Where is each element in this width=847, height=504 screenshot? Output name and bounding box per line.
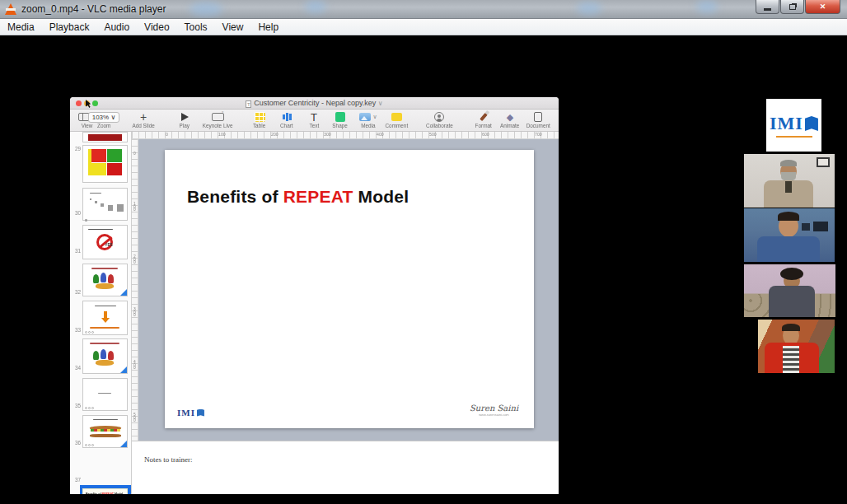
document-pane-icon [534,112,542,122]
slide-thumbnail-33[interactable] [82,264,128,296]
format-brush-icon [480,113,487,121]
vlc-cone-icon [5,3,16,15]
menu-help[interactable]: Help [250,20,286,35]
notes-label: Notes to trainer: [144,455,192,464]
skip-corner-badge [120,289,127,296]
imi-logo: IMI [177,408,204,418]
striped-shirt [783,346,799,373]
thumb32-caption [88,229,113,230]
slide-thumbnail-29[interactable] [82,132,128,142]
slide-thumbnail-32[interactable]: YES [82,225,128,259]
close-button[interactable]: ✕ [805,0,840,14]
keynote-toolbar: ∨ View 103% ∨ Zoom + Add Slide Play Keyn… [70,110,559,132]
title-chevron-icon[interactable]: ∨ [378,100,383,107]
zoom-value: 103% ∨ [88,112,120,123]
chart-icon [283,111,292,123]
slide-title[interactable]: Benefits of REPEAT Model [187,187,409,207]
toolbar-comment[interactable]: Comment [377,111,415,130]
picture-frame [817,157,830,167]
media-icon [359,113,371,121]
comment-icon [391,113,402,121]
document-title: TCustomer Centricity - Nepal copy.key ∨ [70,99,559,108]
restore-button[interactable] [780,0,804,14]
build-indicators [85,444,94,446]
book-icon [197,409,204,417]
toolbar-zoom[interactable]: 103% ∨ Zoom [85,111,123,130]
thumb29-graphic [88,134,122,141]
toolbar-document[interactable]: Document [519,111,557,130]
aero-glass-reflection [305,0,326,13]
keynote-window: TCustomer Centricity - Nepal copy.key ∨ … [70,97,559,494]
presenter-notes-pane[interactable]: Notes to trainer: [132,441,559,494]
aero-glass-reflection [577,2,601,15]
wall-picture [813,222,828,231]
participant-tile-imi-logo[interactable]: IMI [766,99,821,152]
down-arrow-graphic [104,311,107,318]
wall-picture [802,223,810,231]
slide-thumbnail-34[interactable] [82,301,128,335]
menu-playback[interactable]: Playback [42,20,97,35]
participant-tile-5[interactable] [758,320,835,373]
toolbar-keynote-live[interactable]: Keynote Live [199,111,236,130]
slide-thumbnail-36[interactable] [82,378,128,411]
gray-hair [780,160,797,166]
window-title: zoom_0.mp4 - VLC media player [21,3,166,15]
keynote-live-icon [212,113,224,121]
imi-logo: IMI [766,99,821,152]
menu-media[interactable]: Media [0,20,42,35]
minimize-button[interactable] [756,0,779,14]
toolbar-add-slide[interactable]: + Add Slide [124,111,162,130]
thumb37-caption [93,419,118,420]
slide-thumbnail-31[interactable] [82,188,128,221]
sandwich-clipart [90,426,121,437]
menu-tools[interactable]: Tools [177,20,215,35]
vlc-menubar: Media Playback Audio Video Tools View He… [0,19,847,35]
thumb31-caption [90,193,101,194]
aero-glass-reflection [190,2,222,16]
thumb34-subtitle [90,327,119,329]
vertical-ruler: 0 100 200 300 400 500 [132,139,138,441]
participant-tile-3[interactable] [744,208,835,262]
thumb34-caption [95,306,116,306]
participant-torso [757,236,820,262]
chevron-down-icon: ∨ [372,114,377,120]
build-indicators [85,407,94,409]
dark-hair [782,324,800,331]
menu-audio[interactable]: Audio [96,20,137,35]
slide-thumbnail-35[interactable] [82,338,128,374]
menu-video[interactable]: Video [137,20,176,35]
video-canvas[interactable]: TCustomer Centricity - Nepal copy.key ∨ … [0,35,847,504]
thumb33-title [91,268,118,269]
toolbar-collaborate[interactable]: Collaborate [420,111,458,130]
thumb30-matrix-graphic [88,149,122,175]
skip-corner-badge [120,441,127,447]
minimize-icon [764,8,771,11]
slide-thumbnail-38-selected[interactable]: Benefits of REPEAT Model [82,488,128,494]
aero-glass-reflection [696,0,718,13]
slide-navigator: 29 30 31 32 [70,132,132,494]
slide-thumbnail-37[interactable] [82,415,128,448]
menu-view[interactable]: View [215,20,251,35]
dark-hair [780,268,803,280]
participant-torso [769,286,815,317]
animate-diamond-icon: ◆ [507,111,513,123]
participant-tile-2[interactable] [744,154,835,208]
dark-hair [778,212,799,221]
plus-icon: + [140,111,147,123]
thumb33-people-clipart [91,273,119,291]
thumb38-title: Benefits of REPEAT Model [86,492,123,494]
document-icon: T [246,100,251,108]
current-slide[interactable]: Benefits of REPEAT Model IMI Suren Saini… [165,150,534,428]
vlc-titlebar[interactable]: zoom_0.mp4 - VLC media player ✕ [0,0,847,19]
slide-thumbnail-30[interactable] [82,145,128,183]
play-icon [181,113,189,121]
shape-icon [335,112,345,122]
thumb35-people-clipart [91,349,119,367]
participant-tile-4[interactable] [744,264,835,317]
book-icon [805,116,818,131]
restore-icon [789,4,796,10]
build-indicators [85,331,94,334]
slide-canvas[interactable]: 0 100 200 300 400 500 Benefits of REPEAT… [132,139,559,441]
logo-tagline [776,136,812,138]
horizontal-ruler: 0 100 200 300 400 500 600 700 [132,132,559,139]
